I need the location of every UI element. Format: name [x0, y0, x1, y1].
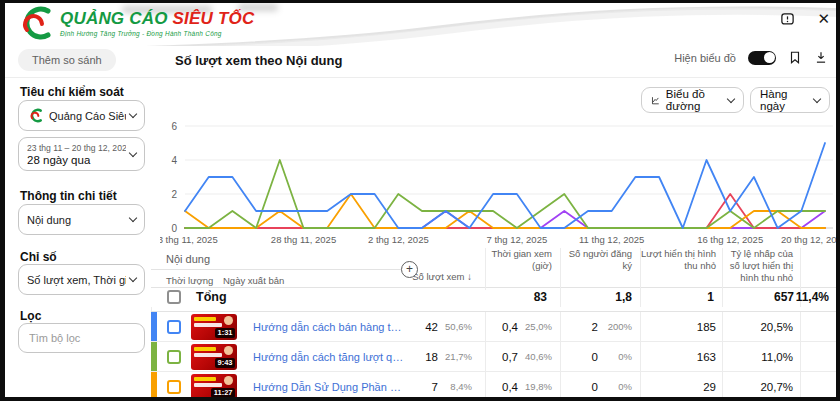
- date-range-text: 23 thg 11 – 20 thg 12, 2025: [27, 143, 126, 153]
- column-header-ctr[interactable]: Tỷ lệ nhấp của số lượt hiển thị hình thu…: [722, 248, 800, 290]
- add-comparison-button[interactable]: Thêm so sánh: [18, 49, 116, 71]
- y-axis-tick-label: 0: [171, 223, 177, 234]
- watch-time-value: 0,7: [502, 351, 518, 363]
- views-value: 42: [425, 321, 438, 333]
- video-thumbnail[interactable]: 9:43: [191, 344, 237, 370]
- chevron-down-icon: [813, 94, 821, 102]
- row-checkbox[interactable]: [167, 380, 181, 394]
- ctr-value: 11,0%: [761, 351, 793, 363]
- table-row: 11:27 Hướng Dẫn Sử Dụng Phần Mềm Quảng C…: [151, 372, 836, 401]
- views-percent: 50,6%: [438, 321, 472, 332]
- chart-line-blue: [185, 143, 825, 228]
- chevron-down-icon: [727, 94, 735, 102]
- chevron-down-icon: [129, 110, 137, 118]
- details-label: Thông tin chi tiết: [20, 189, 117, 203]
- bookmark-icon[interactable]: [788, 50, 802, 65]
- video-thumbnail[interactable]: 11:27: [191, 374, 237, 400]
- total-subscribers: 1: [707, 290, 714, 304]
- column-header-duration: Thời lượng: [166, 275, 213, 286]
- y-axis-tick-label: 4: [171, 155, 177, 166]
- table-row: 9:43 Hướng dẫn cách tăng lượt quan tâm Z…: [151, 342, 836, 372]
- column-header-spacer: [800, 248, 836, 290]
- column-header-publish-date: Ngày xuất bản: [223, 275, 284, 286]
- column-header-impressions[interactable]: Lượt hiển thị hình thu nhỏ: [640, 248, 722, 290]
- filter-label: Lọc: [20, 309, 41, 323]
- total-ctr: 11,4%: [796, 290, 829, 304]
- impressions-value: 185: [697, 321, 716, 333]
- watch-time-percent: 25,0%: [518, 321, 552, 332]
- subscribers-percent: 0%: [598, 381, 632, 392]
- control-criteria-label: Tiêu chí kiểm soát: [20, 85, 124, 99]
- subscribers-percent: 0%: [598, 351, 632, 362]
- x-axis-tick-label: 16 thg 12, 2025: [697, 234, 763, 245]
- metrics-select-value: Số lượt xem, Thời gian…: [27, 274, 126, 286]
- table-body: 1:31 Hướng dẫn cách bán hàng trên Zalo c…: [151, 312, 836, 401]
- table-row: 1:31 Hướng dẫn cách bán hàng trên Zalo c…: [151, 312, 836, 342]
- views-percent: 21,7%: [438, 351, 472, 362]
- subscribers-percent: 200%: [598, 321, 632, 332]
- line-chart: 024623 thg 11, 202528 thg 11, 20252 thg …: [160, 110, 836, 248]
- feedback-icon[interactable]: [780, 12, 795, 27]
- views-percent: 8,4%: [438, 381, 472, 392]
- x-axis-tick-label: 2 thg 12, 2025: [368, 234, 429, 245]
- add-column-button[interactable]: +: [401, 261, 418, 278]
- channel-select[interactable]: Quảng Cáo Siêu Tốc: [18, 100, 145, 131]
- x-axis-tick-label: 11 thg 12, 2025: [579, 234, 644, 245]
- download-icon[interactable]: [814, 50, 828, 65]
- metrics-label: Chỉ số: [20, 250, 57, 264]
- chevron-down-icon: [129, 148, 137, 156]
- x-axis-tick-label: 23 thg 11, 2025: [160, 234, 218, 245]
- ctr-value: 20,7%: [760, 381, 793, 393]
- column-header-views[interactable]: Số lượt xem ↓: [410, 271, 485, 290]
- series-color-bar: [151, 312, 157, 341]
- column-header-watch-time[interactable]: Thời gian xem (giờ): [485, 248, 560, 290]
- chart-type-value: Biểu đồ đường: [666, 88, 718, 112]
- details-select[interactable]: Nội dung: [18, 204, 145, 235]
- impressions-value: 163: [697, 351, 716, 363]
- duration-badge: 11:27: [211, 388, 235, 398]
- row-checkbox[interactable]: [167, 320, 181, 334]
- header-strip: Thêm so sánh Số lượt xem theo Nội dung H…: [0, 46, 840, 78]
- channel-select-value: Quảng Cáo Siêu Tốc: [49, 110, 126, 122]
- chevron-down-icon: [129, 214, 137, 222]
- channel-logo-icon: [27, 107, 44, 124]
- sort-descending-icon: ↓: [467, 271, 472, 282]
- x-axis-tick-label: 7 thg 12, 2025: [486, 234, 547, 245]
- video-title-link[interactable]: Hướng dẫn cách bán hàng trên Zalo cá nhâ…: [243, 321, 410, 333]
- close-icon[interactable]: ✕: [817, 10, 830, 28]
- date-range-select[interactable]: 23 thg 11 – 20 thg 12, 2025 28 ngày qua: [18, 137, 145, 171]
- show-chart-toggle[interactable]: [748, 51, 776, 65]
- group-underline: [151, 269, 409, 270]
- brand-name-part2: SIÊU TỐC: [173, 9, 255, 28]
- views-value: 18: [425, 351, 438, 363]
- x-axis-tick-label: 28 thg 11, 2025: [271, 234, 336, 245]
- brand-tagline: Định Hướng Tăng Trưởng - Đồng Hành Thành…: [60, 30, 254, 37]
- filters-sidebar: Tiêu chí kiểm soát Quảng Cáo Siêu Tốc 23…: [5, 78, 160, 401]
- content-table: Nội dung Thời lượng Ngày xuất bản + Số l…: [151, 248, 836, 401]
- column-header-subscribers[interactable]: Số người đăng ký: [560, 248, 640, 290]
- watch-time-percent: 19,8%: [518, 381, 552, 392]
- x-axis-tick-label: 20 thg 12, 20...: [781, 234, 836, 245]
- row-checkbox[interactable]: [167, 350, 181, 364]
- total-row-label: Tổng: [191, 290, 410, 304]
- total-impressions: 657: [774, 290, 794, 304]
- watch-time-value: 0,4: [502, 381, 518, 393]
- video-title-link[interactable]: Hướng Dẫn Sử Dụng Phần Mềm Quảng Cáo Zal…: [243, 381, 410, 393]
- table-header: Nội dung Thời lượng Ngày xuất bản + Số l…: [151, 248, 836, 288]
- details-select-value: Nội dung: [27, 214, 126, 226]
- duration-badge: 1:31: [215, 328, 235, 338]
- impressions-value: 29: [703, 381, 716, 393]
- metrics-select[interactable]: Số lượt xem, Thời gian…: [18, 264, 145, 295]
- series-color-bar: [151, 372, 157, 401]
- video-title-link[interactable]: Hướng dẫn cách tăng lượt quan tâm Zalo O…: [243, 351, 410, 363]
- filter-search-input[interactable]: [18, 323, 145, 353]
- granularity-value: Hàng ngày: [760, 88, 804, 112]
- total-row-checkbox[interactable]: [167, 290, 181, 304]
- brand-banner: QUẢNG CÁO SIÊU TỐC Định Hướng Tăng Trưởn…: [0, 0, 840, 46]
- brand-logo: QUẢNG CÁO SIÊU TỐC Định Hướng Tăng Trưởn…: [14, 3, 254, 43]
- y-axis-tick-label: 6: [171, 121, 177, 132]
- total-row: Tổng 83 1,8 1 657 11,4%: [151, 288, 836, 312]
- y-axis-tick-label: 2: [171, 189, 177, 200]
- video-thumbnail[interactable]: 1:31: [191, 314, 237, 340]
- series-color-bar: [151, 342, 157, 371]
